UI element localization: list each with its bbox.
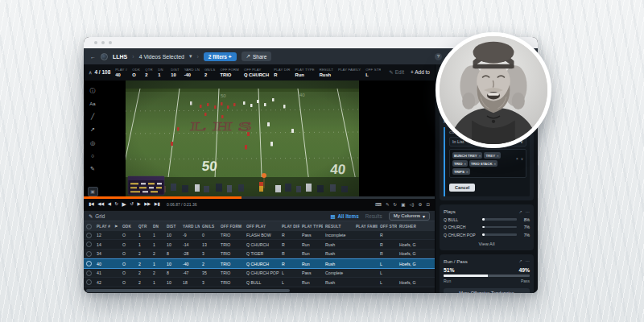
window-control-dot[interactable] bbox=[109, 41, 112, 44]
col-qtr[interactable]: QTR bbox=[136, 225, 151, 229]
col-playtype[interactable]: PLAY TYPE bbox=[299, 225, 323, 229]
remove-tag-icon[interactable]: × bbox=[464, 162, 467, 166]
spotlight-tool-icon[interactable]: ◎ bbox=[89, 139, 97, 147]
table-row[interactable]: 34 O 2 2 8 -28 3 TRIO Q TIGER R Run Rush… bbox=[84, 250, 435, 259]
play-stat-percent: 8% bbox=[520, 217, 530, 222]
cell-play: 34 bbox=[94, 251, 112, 256]
table-row[interactable]: 14 O 1 1 10 -14 13 TRIO Q CHURCH R Run R… bbox=[84, 240, 435, 250]
rewind-icon[interactable]: ◀◀ bbox=[97, 201, 103, 208]
loop-back-icon[interactable]: ↻ bbox=[114, 201, 118, 208]
col-odk[interactable]: ODK bbox=[120, 225, 136, 229]
col-playdir[interactable]: PLAY DIR bbox=[279, 225, 299, 229]
caret-down-icon[interactable]: ∨ bbox=[521, 157, 523, 161]
expand-icon[interactable]: ↗ bbox=[518, 258, 522, 263]
separator-icon: › bbox=[132, 54, 134, 60]
grid-view-label[interactable]: ✎ Grid bbox=[89, 213, 105, 219]
back-icon[interactable]: ← bbox=[90, 54, 96, 60]
remove-tag-icon[interactable]: × bbox=[494, 162, 497, 166]
scrollbar-thumb[interactable] bbox=[86, 289, 290, 292]
volume-icon[interactable]: ◁) bbox=[409, 202, 414, 207]
highlight-tool-icon[interactable]: ✎ bbox=[89, 165, 97, 172]
view-all-link[interactable]: View All bbox=[444, 242, 530, 246]
team-name[interactable]: LLHS bbox=[113, 54, 127, 60]
window-control-dot[interactable] bbox=[94, 41, 97, 44]
more-options-icon[interactable]: ⋯ bbox=[526, 209, 530, 214]
table-row[interactable]: 42 O 2 1 10 18 3 TRIO Q BULL L Run Rush … bbox=[84, 278, 435, 287]
seek-bar[interactable] bbox=[84, 196, 435, 199]
remove-tag-icon[interactable]: × bbox=[466, 170, 469, 174]
skip-start-icon[interactable]: ▮◀ bbox=[89, 201, 93, 208]
play-icon[interactable]: ▶ bbox=[122, 201, 126, 208]
play-field-label: GN/LS bbox=[204, 68, 216, 72]
all-items-button[interactable]: ▤ All Items bbox=[330, 213, 358, 219]
formation-tag[interactable]: TREY × bbox=[484, 152, 500, 159]
col-rusher[interactable]: RUSHER bbox=[397, 225, 435, 229]
row-radio[interactable] bbox=[84, 279, 94, 285]
remove-tag-icon[interactable]: × bbox=[479, 154, 481, 158]
horizontal-scrollbar[interactable] bbox=[84, 287, 435, 293]
remove-tag-icon[interactable]: × bbox=[497, 154, 499, 158]
table-row[interactable]: 40 O 2 1 10 -40 2 TRIO Q CHURCH R Run Ru… bbox=[84, 258, 435, 269]
row-radio[interactable] bbox=[84, 270, 94, 276]
flag-icon[interactable]: ⚑ bbox=[112, 225, 120, 229]
table-row[interactable]: 41 O 2 2 8 -47 35 TRIO Q CHURCH POP L Pa… bbox=[84, 269, 435, 279]
col-offstr[interactable]: OFF STR bbox=[378, 225, 397, 229]
add-to-button[interactable]: + Add to bbox=[411, 69, 430, 75]
caret-down-icon[interactable]: ▾ bbox=[189, 53, 192, 60]
ellipse-tool-icon[interactable]: ○ bbox=[89, 152, 97, 159]
row-radio[interactable] bbox=[84, 261, 94, 266]
fullscreen-icon[interactable]: ⊡ bbox=[426, 202, 430, 207]
window-control-dot[interactable] bbox=[101, 41, 105, 44]
cell-yardln: -47 bbox=[180, 270, 200, 275]
keyboard-shortcuts-icon[interactable]: ⌨ bbox=[375, 202, 382, 207]
results-button[interactable]: Results bbox=[365, 213, 382, 219]
loop-icon[interactable]: ↻ bbox=[394, 202, 398, 207]
frame-back-icon[interactable]: ◀ bbox=[108, 201, 111, 208]
table-row[interactable]: 12 O 1 1 10 -9 0 TRIO FLASH BOW R Pass I… bbox=[84, 231, 435, 241]
telestrate-icon[interactable]: ✎ bbox=[386, 202, 390, 207]
formation-tags-input[interactable]: × ∨ BUNCH TREY × TREY × TRIO × TRIO STAC… bbox=[449, 149, 526, 178]
col-gnls[interactable]: GN/LS bbox=[200, 225, 218, 229]
col-play[interactable]: PLAY # bbox=[94, 225, 112, 229]
formation-tag[interactable]: TRIO × bbox=[452, 160, 468, 167]
row-radio[interactable] bbox=[84, 233, 94, 238]
cancel-button[interactable]: Cancel bbox=[449, 184, 475, 192]
text-tool-icon[interactable]: Aa bbox=[89, 101, 97, 108]
more-offensive-tendencies-button[interactable]: More Offensive Tendencies bbox=[444, 288, 530, 293]
skip-end-icon[interactable]: ▶▮ bbox=[155, 201, 159, 208]
loop-forward-icon[interactable]: ↺ bbox=[130, 201, 133, 208]
formation-tag[interactable]: TRIPS × bbox=[452, 168, 470, 175]
clear-tags-icon[interactable]: × bbox=[516, 157, 518, 161]
select-all-radio[interactable] bbox=[84, 224, 94, 229]
settings-gear-icon[interactable]: ⚙ bbox=[418, 202, 422, 207]
tool-settings-icon[interactable]: ▣ bbox=[88, 187, 98, 196]
col-yardln[interactable]: YARD LN bbox=[180, 225, 200, 229]
col-dist[interactable]: DIST bbox=[164, 225, 180, 229]
arrow-tool-icon[interactable]: ↗ bbox=[89, 126, 97, 134]
info-icon[interactable]: ⓘ bbox=[89, 87, 97, 95]
clip-counter[interactable]: ∧ 4 / 108 bbox=[89, 69, 110, 75]
edit-button[interactable]: ✎ Edit bbox=[389, 69, 404, 76]
camera-angle-icon[interactable]: ▣ bbox=[401, 202, 405, 207]
cell-rusher: Hoefs, G bbox=[397, 242, 435, 247]
formation-tag[interactable]: TRIO STACK × bbox=[469, 160, 497, 167]
help-icon[interactable]: ? bbox=[435, 53, 442, 60]
expand-icon[interactable]: ↗ bbox=[518, 209, 522, 214]
col-result[interactable]: RESULT bbox=[323, 225, 353, 229]
row-radio[interactable] bbox=[84, 242, 94, 247]
video-frame[interactable]: LHS 50 40 50 40 bbox=[126, 80, 359, 196]
col-offform[interactable]: OFF FORM bbox=[218, 225, 244, 229]
fast-forward-icon[interactable]: ▶▶ bbox=[144, 201, 150, 208]
col-offplay[interactable]: OFF PLAY bbox=[244, 225, 279, 229]
my-columns-dropdown[interactable]: My Columns ▾ bbox=[389, 212, 430, 221]
line-tool-icon[interactable]: ╱ bbox=[89, 114, 97, 121]
filters-button[interactable]: 2 filters + bbox=[204, 52, 237, 61]
row-radio[interactable] bbox=[84, 251, 94, 257]
formation-tag[interactable]: BUNCH TREY × bbox=[452, 152, 482, 159]
col-playfamily[interactable]: PLAY FAMILY bbox=[353, 225, 378, 229]
more-options-icon[interactable]: ⋯ bbox=[526, 258, 530, 263]
frame-forward-icon[interactable]: ▶ bbox=[138, 201, 141, 208]
col-dn[interactable]: DN bbox=[151, 225, 164, 229]
videos-selected-dropdown[interactable]: 4 Videos Selected bbox=[139, 54, 184, 60]
share-button[interactable]: ↗ Share bbox=[242, 52, 272, 61]
